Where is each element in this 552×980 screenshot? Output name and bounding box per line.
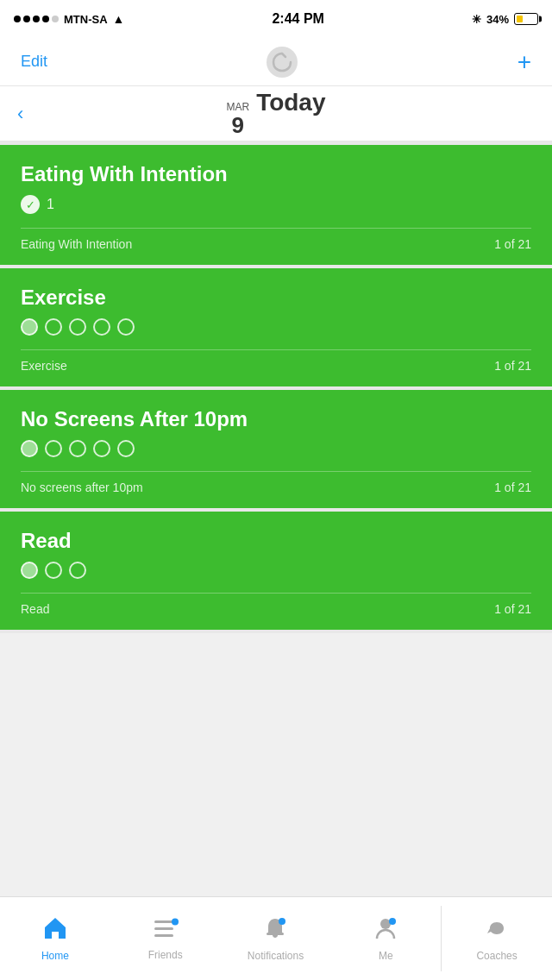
tab-me[interactable]: Me [330, 897, 441, 980]
habit-card-exercise[interactable]: Exercise Exercise 1 of 21 [0, 268, 552, 386]
habit-label: Read [21, 602, 49, 616]
dot-2 [45, 318, 62, 336]
check-count: 1 [47, 197, 54, 212]
app-logo [267, 47, 298, 78]
dot-5 [117, 440, 135, 457]
dot-4 [93, 318, 110, 336]
habit-card-eating[interactable]: Eating With Intention ✓ 1 Eating With In… [0, 145, 552, 265]
status-left: MTN-SA ▲ [14, 12, 124, 26]
me-icon [373, 916, 398, 946]
battery-percent: 34% [486, 13, 509, 26]
day-number: 9 [232, 113, 244, 138]
coaches-icon [483, 916, 511, 946]
habit-progress [21, 440, 531, 457]
habit-footer: Read 1 of 21 [21, 593, 531, 616]
dot-1 [21, 562, 38, 579]
dot-5 [117, 318, 135, 336]
habit-title: Exercise [21, 286, 531, 310]
habit-label: Exercise [21, 359, 67, 373]
notifications-icon [263, 916, 287, 946]
back-button[interactable]: ‹ [17, 103, 23, 125]
dot-2 [45, 562, 62, 579]
habit-label: No screens after 10pm [21, 481, 143, 494]
tab-friends[interactable]: Friends [110, 897, 221, 980]
month-day: MAR 9 [226, 102, 249, 138]
svg-rect-4 [267, 933, 284, 935]
tab-home-label: Home [41, 950, 69, 962]
tab-me-label: Me [379, 950, 393, 962]
dot-3 [69, 562, 86, 579]
svg-rect-2 [154, 934, 173, 937]
habits-list: Eating With Intention ✓ 1 Eating With In… [0, 141, 552, 633]
svg-point-5 [279, 918, 285, 925]
friends-icon [153, 917, 179, 945]
habit-count: 1 of 21 [494, 237, 531, 251]
tab-notifications[interactable]: Notifications [221, 897, 331, 980]
tab-coaches-label: Coaches [476, 950, 517, 962]
nav-bar: Edit + [0, 38, 552, 86]
dot-4 [93, 440, 110, 457]
tab-home[interactable]: Home [0, 897, 110, 980]
dot-1 [21, 318, 38, 336]
habit-count: 1 of 21 [494, 359, 531, 373]
status-bar: MTN-SA ▲ 2:44 PM ✳ 34% [0, 0, 552, 38]
habit-footer: Exercise 1 of 21 [21, 349, 531, 373]
signal-icon [14, 16, 59, 22]
battery-icon [514, 13, 538, 25]
svg-rect-0 [154, 920, 173, 923]
edit-button[interactable]: Edit [21, 53, 47, 71]
dot-2 [45, 440, 62, 457]
status-right: ✳ 34% [472, 13, 538, 26]
habit-progress [21, 562, 531, 579]
habit-title: No Screens After 10pm [21, 407, 531, 431]
tab-friends-label: Friends [148, 949, 183, 961]
dot-3 [69, 440, 86, 457]
carrier-text: MTN-SA [64, 13, 108, 26]
habit-label: Eating With Intention [21, 237, 132, 251]
habit-progress [21, 318, 531, 336]
tab-bar: Home Friends Notifications [0, 896, 552, 980]
today-label: Today [256, 89, 325, 116]
habit-title: Read [21, 529, 531, 553]
svg-rect-1 [154, 927, 173, 930]
date-header: ‹ MAR 9 Today [0, 86, 552, 141]
habit-card-screens[interactable]: No Screens After 10pm No screens after 1… [0, 390, 552, 508]
time-display: 2:44 PM [272, 11, 323, 27]
wifi-icon: ▲ [113, 12, 125, 26]
habit-count: 1 of 21 [494, 602, 531, 616]
brightness-icon: ✳ [472, 13, 481, 26]
tab-notifications-label: Notifications [248, 950, 304, 962]
check-icon: ✓ [21, 195, 40, 214]
home-icon [42, 916, 68, 946]
svg-point-7 [389, 918, 396, 925]
habit-count: 1 of 21 [494, 481, 531, 494]
tab-coaches[interactable]: Coaches [442, 897, 552, 980]
date-info: MAR 9 Today [226, 89, 325, 138]
dot-3 [69, 318, 86, 336]
habit-progress: ✓ 1 [21, 195, 531, 214]
svg-point-3 [172, 918, 179, 925]
habit-card-read[interactable]: Read Read 1 of 21 [0, 512, 552, 630]
habit-footer: Eating With Intention 1 of 21 [21, 228, 531, 251]
habit-footer: No screens after 10pm 1 of 21 [21, 471, 531, 494]
add-button[interactable]: + [518, 50, 531, 74]
dot-1 [21, 440, 38, 457]
habit-title: Eating With Intention [21, 162, 531, 186]
